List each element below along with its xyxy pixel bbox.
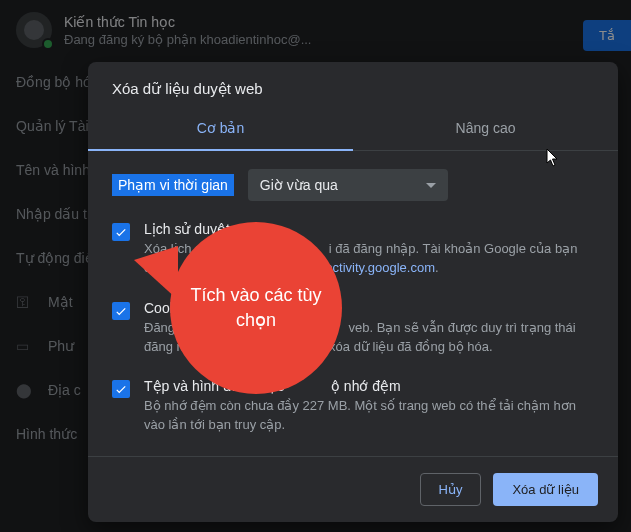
tab-advanced[interactable]: Nâng cao (353, 106, 618, 150)
checkbox-history[interactable] (112, 223, 130, 241)
annotation-callout: Tích vào các tùy chọn (170, 222, 342, 394)
confirm-button[interactable]: Xóa dữ liệu (493, 473, 598, 506)
checkbox-cache[interactable] (112, 380, 130, 398)
cancel-button[interactable]: Hủy (420, 473, 482, 506)
time-range-value: Giờ vừa qua (260, 177, 338, 193)
tab-basic[interactable]: Cơ bản (88, 106, 353, 150)
time-range-label: Phạm vi thời gian (112, 174, 234, 196)
option-desc: Bộ nhớ đệm còn chưa đầy 227 MB. Một số t… (144, 397, 594, 435)
time-range-select[interactable]: Giờ vừa qua (248, 169, 448, 201)
tab-bar: Cơ bản Nâng cao (88, 106, 618, 151)
check-icon (114, 225, 128, 239)
cursor-icon (546, 148, 560, 168)
chevron-down-icon (426, 183, 436, 188)
check-icon (114, 382, 128, 396)
check-icon (114, 304, 128, 318)
checkbox-cookies[interactable] (112, 302, 130, 320)
option-cache: Tệp và hình ảnh được ộ nhớ đệm Bộ nhớ đệ… (112, 378, 594, 435)
dialog-title: Xóa dữ liệu duyệt web (88, 62, 618, 106)
